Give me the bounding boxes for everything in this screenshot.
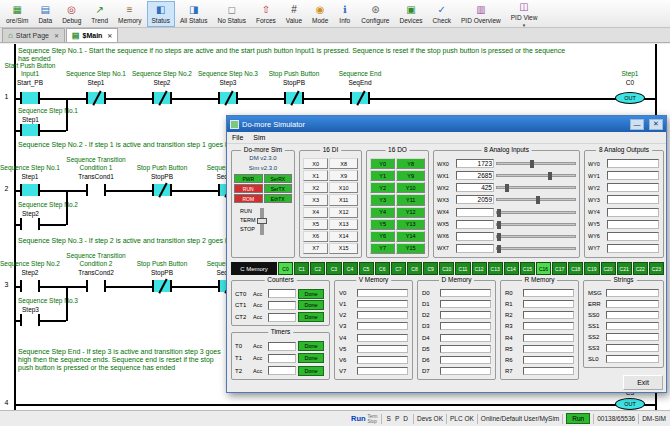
memory-value[interactable] [357,356,408,364]
toolbar-button[interactable]: ore/Sim [1,1,33,27]
memory-value[interactable] [440,367,491,375]
c-memory-cell[interactable]: C9 [423,262,438,275]
close-icon[interactable]: ✕ [54,32,59,39]
do-cell[interactable]: Y5 [370,219,395,230]
analog-input-slider[interactable] [496,235,576,238]
toolbar-button[interactable]: Trend [86,1,113,27]
do-cell[interactable]: Y6 [370,231,395,242]
toolbar-button[interactable]: Check [428,1,456,27]
contact-nc[interactable] [152,280,172,292]
analog-input-slider[interactable] [496,186,576,189]
di-cell[interactable]: X2 [303,182,328,193]
memory-value[interactable] [523,300,574,308]
toolbar-button[interactable]: Devices [394,1,427,27]
c-memory-cell[interactable]: C7 [391,262,406,275]
counter-done-indicator[interactable]: Done [298,289,324,299]
timer-acc-value[interactable] [268,366,296,375]
contact-nc[interactable] [218,92,238,104]
contact-no[interactable] [86,280,106,292]
timer-done-indicator[interactable]: Done [298,366,324,376]
analog-input-value[interactable]: 1723 [456,159,494,168]
slider-thumb[interactable] [505,184,509,192]
c-memory-cell[interactable]: C16 [536,262,551,275]
string-value[interactable] [606,311,659,319]
c-memory-cell[interactable]: C1 [294,262,309,275]
c-memory-cell[interactable]: C3 [326,262,341,275]
di-cell[interactable]: X4 [303,207,328,218]
counter-acc-value[interactable] [268,301,296,310]
di-cell[interactable]: X5 [303,219,328,230]
di-cell[interactable]: X9 [329,170,358,181]
toolbar-button[interactable]: PID View ▾ [506,1,543,27]
c-memory-cell[interactable]: C12 [472,262,487,275]
string-value[interactable] [606,355,659,363]
mode-switch-knob[interactable] [257,218,267,224]
do-cell[interactable]: Y2 [370,182,395,193]
analog-input-value[interactable] [456,220,494,229]
editor-tab[interactable]: ⌂ Start Page ✕ [2,28,65,42]
c-memory-cell[interactable]: C22 [633,262,648,275]
memory-value[interactable] [523,311,574,319]
c-memory-cell[interactable]: C4 [343,262,358,275]
slider-thumb[interactable] [530,160,534,168]
do-cell[interactable]: Y12 [396,207,425,218]
toolbar-button[interactable]: All Status [175,1,212,27]
c-memory-cell[interactable]: C0 [278,262,293,275]
analog-input-slider[interactable] [496,174,576,177]
analog-input-slider[interactable] [496,198,576,201]
di-cell[interactable]: X11 [329,194,358,205]
string-value[interactable] [606,289,659,297]
contact-no[interactable] [86,184,106,196]
toolbar-button[interactable]: Debug [57,1,86,27]
menu-item[interactable]: File [232,134,243,141]
di-cell[interactable]: X0 [303,158,328,169]
di-cell[interactable]: X3 [303,194,328,205]
c-memory-cell[interactable]: C17 [552,262,567,275]
contact-no[interactable] [20,184,40,196]
contact-nc[interactable] [152,184,172,196]
timer-acc-value[interactable] [268,342,296,351]
mode-switch-track[interactable] [260,208,264,235]
do-cell[interactable]: Y13 [396,219,425,230]
toolbar-button[interactable]: Mode [307,1,333,27]
output-coil[interactable]: OUT [615,92,645,104]
di-cell[interactable]: X1 [303,170,328,181]
toolbar-button[interactable]: Info [333,1,356,27]
memory-value[interactable] [357,311,408,319]
toolbar-button[interactable]: Forces [251,1,281,27]
di-cell[interactable]: X8 [329,158,358,169]
do-cell[interactable]: Y11 [396,194,425,205]
analog-input-slider[interactable] [496,211,576,214]
counter-done-indicator[interactable]: Done [298,300,324,310]
mode-switch[interactable]: RUN TERM STOP [240,207,294,235]
c-memory-cell[interactable]: C19 [584,262,599,275]
memory-value[interactable] [523,367,574,375]
editor-tab[interactable]: ▤ $Main ✕ [66,28,118,42]
di-cell[interactable]: X12 [329,207,358,218]
memory-value[interactable] [523,334,574,342]
do-cell[interactable]: Y15 [396,243,425,254]
memory-value[interactable] [440,356,491,364]
c-memory-cell[interactable]: C23 [649,262,664,275]
slider-thumb[interactable] [536,196,540,204]
c-memory-cell[interactable]: C13 [488,262,503,275]
analog-input-value[interactable]: 425 [456,183,494,192]
c-memory-cell[interactable]: C21 [617,262,632,275]
exit-button[interactable]: Exit [623,375,663,390]
c-memory-cell[interactable]: C8 [407,262,422,275]
analog-input-slider[interactable] [496,247,576,250]
do-cell[interactable]: Y0 [370,158,395,169]
analog-input-slider[interactable] [496,223,576,226]
memory-value[interactable] [357,289,408,297]
memory-value[interactable] [523,345,574,353]
toolbar-button[interactable]: Configure [356,1,394,27]
analog-input-value[interactable] [456,244,494,253]
c-memory-cell[interactable]: C15 [520,262,535,275]
dialog-titlebar[interactable]: Do-more Simulator — ✕ [227,116,666,132]
analog-input-value[interactable] [456,208,494,217]
di-cell[interactable]: X7 [303,243,328,254]
do-cell[interactable]: Y8 [396,158,425,169]
c-memory-cell[interactable]: C11 [455,262,470,275]
contact-no[interactable] [20,124,40,136]
plc-mode[interactable]: Run [351,414,366,423]
